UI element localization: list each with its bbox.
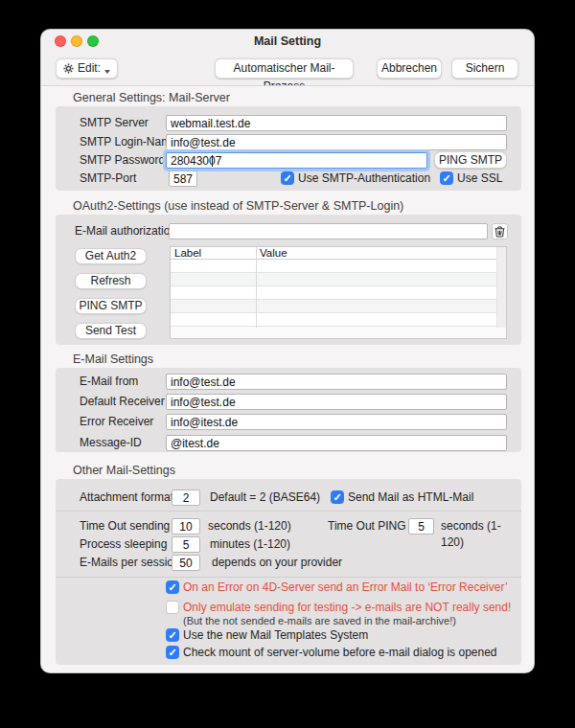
mail-templates-checkbox[interactable]: ✓ (166, 628, 179, 642)
timeout-ping-hint: seconds (1-120) (441, 518, 521, 551)
attachment-format-hint: Default = 2 (BASE64) (210, 489, 320, 506)
mails-per-session-input[interactable] (172, 555, 200, 571)
use-ssl-label: Use SSL (457, 171, 502, 186)
title-bar[interactable]: Mail Setting (41, 30, 534, 53)
table-column-divider (256, 247, 257, 328)
error-receiver-label: Error Receiver (80, 414, 153, 430)
table-row[interactable] (171, 313, 496, 327)
smtp-login-label: SMTP Login-Name (80, 134, 177, 150)
smtp-login-input[interactable] (166, 134, 507, 150)
email-settings-group: E-Mail from Default Receiver Error Recei… (56, 368, 521, 452)
message-id-input[interactable] (166, 435, 507, 451)
smtp-server-input[interactable] (166, 115, 507, 131)
error-receiver-input[interactable] (166, 414, 507, 430)
oauth-ping-smtp-button[interactable]: PING SMTP (75, 298, 147, 314)
general-settings-group: SMTP Server SMTP Login-Name SMTP Passwor… (56, 106, 521, 191)
section-divider (56, 511, 521, 512)
email-from-input[interactable] (166, 374, 507, 390)
get-auth2-button[interactable]: Get Auth2 (75, 248, 147, 264)
refresh-button[interactable]: Refresh (75, 273, 147, 289)
email-settings-title: E-Mail Settings (73, 353, 153, 366)
window-title: Mail Setting (41, 34, 534, 48)
use-smtp-auth-checkbox[interactable]: ✓ (281, 171, 294, 185)
process-sleeping-label: Process sleeping (80, 536, 167, 553)
general-settings-title: General Settings: Mail-Server (73, 91, 230, 104)
edit-menu-label: Edit: (78, 59, 101, 78)
emulate-sending-checkbox[interactable] (166, 601, 179, 614)
attachment-format-input[interactable] (172, 489, 200, 506)
smtp-password-label: SMTP Password (80, 152, 165, 169)
message-id-label: Message-ID (80, 435, 142, 451)
text-cursor (212, 155, 213, 167)
table-header: Label Value (171, 247, 506, 260)
table-header-label: Label (174, 247, 201, 260)
table-row[interactable] (171, 300, 496, 313)
email-authorization-input[interactable] (169, 223, 488, 239)
oauth2-settings-title: OAuth2-Settings (use instead of SMTP-Ser… (73, 199, 403, 213)
email-authorization-label: E-Mail authorization (75, 223, 176, 239)
check-mount-label: Check mount of server-volume before e-ma… (183, 646, 497, 660)
timeout-sending-label: Time Out sending (80, 518, 170, 535)
section-divider (56, 577, 521, 578)
dialog-content: General Settings: Mail-Server SMTP Serve… (41, 86, 534, 672)
error-mail-checkbox[interactable]: ✓ (166, 580, 179, 594)
mails-per-session-hint: depends on your provider (212, 555, 342, 571)
smtp-port-input[interactable] (169, 171, 197, 187)
use-ssl-checkbox[interactable]: ✓ (440, 171, 453, 185)
mail-templates-label: Use the new Mail Templates System (183, 628, 368, 643)
timeout-ping-input[interactable] (408, 518, 434, 535)
save-button[interactable]: Sichern (451, 58, 518, 79)
other-settings-title: Other Mail-Settings (73, 464, 175, 477)
send-test-button[interactable]: Send Test (75, 323, 147, 339)
chevron-down-icon (104, 70, 110, 74)
table-row[interactable] (171, 286, 496, 300)
attachment-format-label: Attachment format (80, 489, 173, 506)
trash-icon (494, 226, 505, 238)
default-receiver-label: Default Receiver (80, 394, 165, 410)
oauth2-settings-group: E-Mail authorization Get Auth2 Refresh P… (56, 215, 521, 345)
automatic-mail-process-button[interactable]: Automatischer Mail-Prozess (215, 58, 354, 79)
process-sleeping-hint: minutes (1-120) (210, 536, 290, 553)
table-row[interactable] (171, 273, 496, 286)
timeout-sending-input[interactable] (172, 518, 200, 535)
html-mail-checkbox[interactable]: ✓ (331, 490, 344, 504)
use-smtp-auth-label: Use SMTP-Authentication (298, 171, 430, 186)
oauth-token-table[interactable]: Label Value (170, 246, 507, 339)
clear-authorization-button[interactable] (492, 223, 508, 239)
mail-setting-window: Mail Setting Edit: Automatischer Mail-Pr… (40, 29, 535, 673)
cancel-button[interactable]: Abbrechen (377, 58, 442, 79)
table-scrollbar[interactable] (496, 247, 506, 328)
smtp-server-label: SMTP Server (80, 115, 149, 131)
table-header-value: Value (260, 247, 288, 260)
email-from-label: E-Mail from (80, 374, 138, 390)
other-settings-group: Attachment format Default = 2 (BASE64) ✓… (56, 479, 521, 665)
smtp-password-input[interactable] (166, 152, 427, 169)
emulate-sending-note: (But the not sended e-mails are saved in… (183, 615, 456, 626)
smtp-port-label: SMTP-Port (80, 171, 136, 187)
process-sleeping-input[interactable] (172, 536, 200, 553)
gear-icon (63, 63, 74, 74)
timeout-ping-label: Time Out PING (328, 518, 406, 535)
edit-menu-button[interactable]: Edit: (56, 58, 118, 79)
mails-per-session-label: E-Mails per session (80, 555, 180, 571)
emulate-sending-label: Only emulate sending for testing -> e-ma… (183, 601, 511, 615)
default-receiver-input[interactable] (166, 394, 507, 410)
html-mail-label: Send Mail as HTML-Mail (348, 490, 473, 505)
timeout-sending-hint: seconds (1-120) (208, 518, 291, 535)
table-row[interactable] (171, 260, 496, 273)
ping-smtp-button[interactable]: PING SMTP (434, 151, 507, 169)
check-mount-checkbox[interactable]: ✓ (166, 646, 179, 659)
error-mail-label: On an Error on 4D-Server send an Error M… (183, 580, 508, 595)
